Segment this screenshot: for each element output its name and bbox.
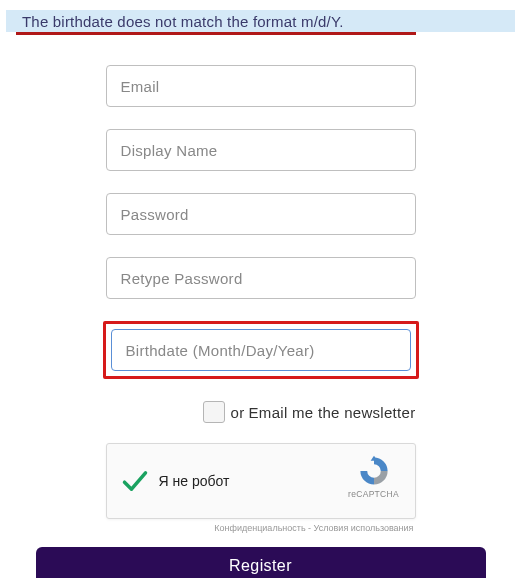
recaptcha-brand: reCAPTCHA	[347, 489, 401, 499]
newsletter-prefix: or	[231, 404, 245, 421]
recaptcha-logo: reCAPTCHA	[347, 454, 401, 499]
register-button[interactable]: Register	[36, 547, 486, 578]
recaptcha-widget[interactable]: Я не робот reCAPTCHA	[106, 443, 416, 519]
retype-password-field[interactable]	[106, 257, 416, 299]
newsletter-row: or Email me the newsletter	[106, 401, 416, 423]
display-name-field[interactable]	[106, 129, 416, 171]
recaptcha-icon	[357, 454, 391, 488]
birthdate-field[interactable]	[111, 329, 411, 371]
error-message: The birthdate does not match the format …	[22, 13, 344, 30]
registration-form: or Email me the newsletter Я не робот re…	[0, 35, 521, 578]
password-field[interactable]	[106, 193, 416, 235]
recaptcha-footer: Конфиденциальность - Условия использован…	[106, 523, 416, 533]
birthdate-error-highlight	[103, 321, 419, 379]
error-banner: The birthdate does not match the format …	[6, 10, 515, 32]
newsletter-checkbox[interactable]	[203, 401, 225, 423]
recaptcha-label: Я не робот	[159, 473, 230, 489]
email-field[interactable]	[106, 65, 416, 107]
newsletter-label: Email me the newsletter	[249, 404, 416, 421]
recaptcha-checkmark-icon	[121, 467, 149, 495]
